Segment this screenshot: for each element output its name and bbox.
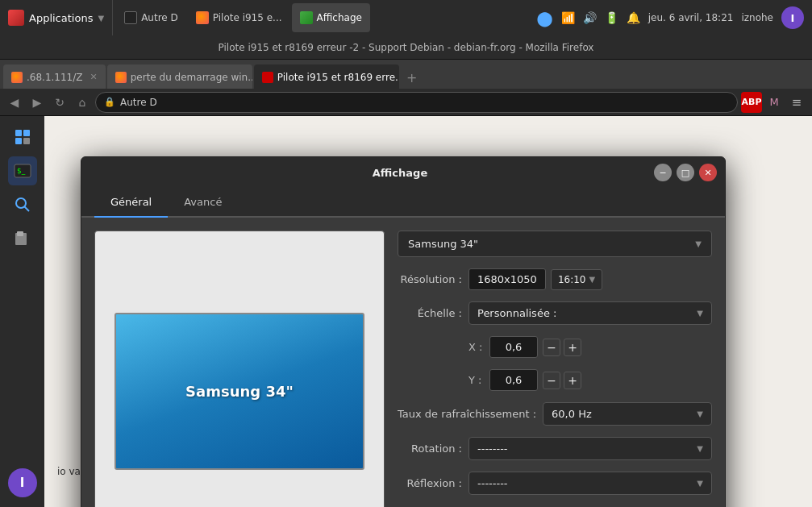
- y-control: Y : 0,6 − +: [468, 369, 712, 391]
- taskbar-window-term[interactable]: Autre D: [116, 3, 186, 32]
- notification-icon[interactable]: 🔔: [627, 11, 640, 24]
- wifi-icon[interactable]: 📶: [561, 11, 575, 24]
- url-bar[interactable]: 🔒 Autre D: [95, 92, 738, 113]
- minimize-button[interactable]: ─: [654, 164, 672, 181]
- battery-icon[interactable]: 🔋: [605, 11, 618, 24]
- close-winbtn[interactable]: ✕: [699, 164, 717, 181]
- x-control: X : 0,6 − +: [468, 336, 712, 358]
- reflection-control: -------- ▼: [468, 472, 712, 495]
- taskbar-window-ff-label: Pilote i915 e...: [213, 12, 282, 23]
- user-avatar[interactable]: I: [781, 6, 804, 29]
- y-increment[interactable]: +: [564, 372, 581, 389]
- reflection-dropdown[interactable]: -------- ▼: [468, 472, 712, 495]
- term-icon: [124, 11, 137, 24]
- taskbar-window-ff[interactable]: Pilote i915 e...: [188, 3, 290, 32]
- x-value[interactable]: 0,6: [489, 336, 538, 358]
- refresh-control: 60,0 Hz ▼: [543, 402, 712, 426]
- browser-titlebar: Pilote i915 et r8169 erreur -2 - Support…: [0, 35, 812, 60]
- resolution-control: 1680x1050 16:10 ▼: [468, 268, 712, 290]
- tab-3-label: Pilote i915 et r8169 erre...: [277, 72, 399, 83]
- tab-1-label: .68.1.111/Z: [27, 72, 83, 83]
- x-spinbox: − +: [543, 339, 581, 356]
- monitor-select[interactable]: Samsung 34" ▼: [398, 231, 712, 257]
- taskbar: Applications ▼ Autre D Pilote i915 e... …: [0, 0, 812, 35]
- display-icon: [300, 11, 313, 24]
- rotation-arrow: ▼: [697, 444, 703, 453]
- firefox-icon: [196, 11, 209, 24]
- y-row: Y : 0,6 − +: [398, 369, 712, 391]
- dialog-overlay: Affichage ─ □ ✕ Général Avancé: [0, 116, 812, 507]
- dialog-titlebar: Affichage ─ □ ✕: [81, 157, 725, 188]
- tab-1-close[interactable]: ✕: [90, 72, 98, 82]
- rotation-dropdown[interactable]: -------- ▼: [468, 437, 712, 460]
- url-text: Autre D: [120, 97, 157, 108]
- browser-navbar: ◀ ▶ ↻ ⌂ 🔒 Autre D ABP M ≡: [0, 89, 812, 116]
- applications-menu[interactable]: Applications ▼: [0, 0, 113, 35]
- rotation-label: Rotation :: [398, 443, 462, 455]
- tab-2[interactable]: perte du demarrage win... ✕: [107, 64, 252, 89]
- tab-3-icon: [262, 72, 273, 83]
- refresh-label: Taux de rafraîchissement :: [398, 408, 536, 420]
- taskbar-window-display[interactable]: Affichage: [292, 3, 370, 32]
- display-dialog: Affichage ─ □ ✕ Général Avancé: [81, 156, 726, 507]
- resolution-row: Résolution : 1680x1050 16:10 ▼: [398, 268, 712, 290]
- taskbar-windows: Autre D Pilote i915 e... Affichage: [113, 0, 373, 35]
- monitor-select-arrow: ▼: [695, 239, 702, 248]
- forward-button[interactable]: ▶: [27, 93, 47, 112]
- new-tab-button[interactable]: +: [401, 66, 423, 89]
- dialog-title: Affichage: [146, 167, 654, 179]
- maximize-button[interactable]: □: [677, 164, 694, 181]
- x-decrement[interactable]: −: [543, 339, 560, 356]
- tab-1[interactable]: .68.1.111/Z ✕: [3, 64, 106, 89]
- settings-panel: Samsung 34" ▼ Résolution : 1680x1050 16:…: [398, 231, 712, 507]
- tab-general[interactable]: Général: [94, 188, 168, 218]
- taskbar-window-display-label: Affichage: [317, 12, 362, 23]
- y-spinbox: − +: [543, 372, 581, 389]
- scale-control: Personnalisée : ▼: [468, 301, 712, 325]
- taskbar-cursor: ▼: [98, 14, 104, 23]
- refresh-button[interactable]: ↻: [50, 93, 69, 112]
- lock-icon: 🔒: [104, 97, 115, 107]
- scale-dropdown[interactable]: Personnalisée : ▼: [468, 301, 712, 325]
- tab-3[interactable]: Pilote i915 et r8169 erre... ✕: [254, 64, 399, 89]
- x-row: X : 0,6 − +: [398, 336, 712, 358]
- rotation-control: -------- ▼: [468, 437, 712, 460]
- tab-2-icon: [115, 72, 127, 83]
- scale-arrow: ▼: [697, 309, 703, 318]
- ff-menu-button[interactable]: ≡: [786, 92, 807, 113]
- refresh-value: 60,0 Hz: [552, 408, 592, 420]
- datetime: jeu. 6 avril, 18:21: [648, 12, 734, 23]
- dialog-winbtns: ─ □ ✕: [654, 164, 717, 181]
- back-button[interactable]: ◀: [5, 93, 24, 112]
- x-axis-label: X :: [468, 341, 485, 353]
- monitor-select-value: Samsung 34": [408, 238, 478, 250]
- tab-advanced[interactable]: Avancé: [168, 188, 238, 218]
- mailvelope-button[interactable]: M: [764, 92, 785, 113]
- reflection-row: Réflexion : -------- ▼: [398, 472, 712, 495]
- taskbar-window-term-label: Autre D: [141, 12, 178, 23]
- monitor-screen-label: Samsung 34": [185, 383, 294, 400]
- browser-tabbar: .68.1.111/Z ✕ perte du demarrage win... …: [0, 60, 812, 89]
- x-increment[interactable]: +: [564, 339, 581, 356]
- tab-1-icon: [11, 72, 23, 83]
- extension-buttons: ABP M ≡: [741, 92, 807, 113]
- volume-icon[interactable]: 🔊: [583, 11, 597, 24]
- resolution-ratio: 16:10 ▼: [551, 269, 602, 290]
- monitor-screen: Samsung 34": [115, 313, 364, 470]
- refresh-row: Taux de rafraîchissement : 60,0 Hz ▼: [398, 402, 712, 426]
- browser-title: Pilote i915 et r8169 erreur -2 - Support…: [219, 42, 594, 53]
- username: iznohe: [741, 12, 773, 23]
- scale-row: Échelle : Personnalisée : ▼: [398, 301, 712, 325]
- home-button[interactable]: ⌂: [73, 93, 92, 112]
- refresh-arrow: ▼: [697, 409, 703, 418]
- resolution-label: Résolution :: [398, 273, 462, 285]
- y-decrement[interactable]: −: [543, 372, 560, 389]
- resolution-value[interactable]: 1680x1050: [468, 268, 546, 290]
- adblock-button[interactable]: ABP: [741, 92, 762, 113]
- applications-label: Applications: [29, 12, 93, 24]
- y-value[interactable]: 0,6: [489, 369, 538, 391]
- dialog-body: Samsung 34" Samsung 34" ▼ Résolution :: [81, 218, 725, 507]
- rotation-row: Rotation : -------- ▼: [398, 437, 712, 460]
- rotation-value: --------: [477, 443, 508, 455]
- refresh-dropdown[interactable]: 60,0 Hz ▼: [543, 402, 712, 426]
